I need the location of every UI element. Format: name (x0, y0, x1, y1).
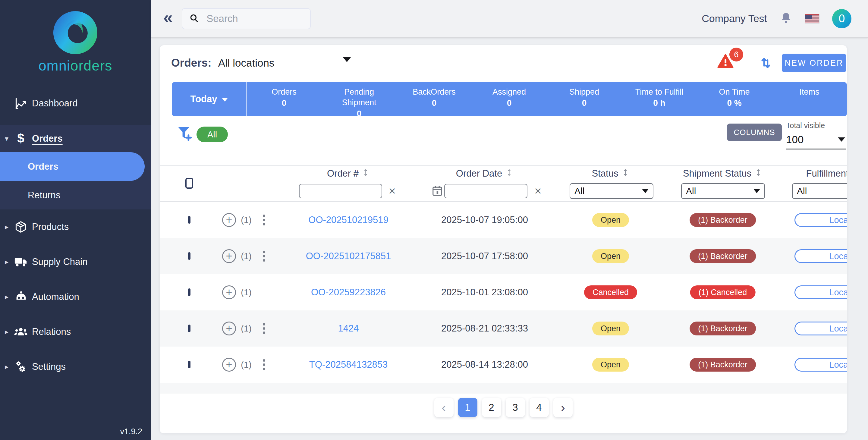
item-count: (1) (241, 215, 251, 225)
sidebar-nav: Dashboard▾$OrdersOrdersReturns▸Products▸… (0, 86, 151, 384)
row-menu-icon[interactable] (261, 213, 267, 227)
pagination-page-1[interactable]: 1 (458, 398, 477, 417)
order-no-filter-input[interactable] (299, 184, 382, 198)
row-menu-icon[interactable] (261, 250, 267, 263)
sidebar-item-supply-chain[interactable]: ▸Supply Chain (0, 244, 151, 279)
row-checkbox-cell[interactable] (188, 362, 190, 367)
pagination-page-3[interactable]: 3 (506, 398, 525, 417)
location-selector[interactable]: Orders: All locations (171, 57, 274, 69)
clear-date-filter-icon[interactable]: ✕ (534, 186, 542, 197)
item-count: (1) (241, 324, 251, 334)
columns-button[interactable]: COLUMNS (727, 124, 782, 141)
app-root: omniorders Dashboard▾$OrdersOrdersReturn… (0, 0, 868, 440)
calendar-icon[interactable] (432, 185, 443, 198)
search-icon (189, 13, 199, 24)
language-flag-us[interactable] (805, 14, 819, 24)
sidebar-item-products[interactable]: ▸Products (0, 210, 151, 244)
sort-icon[interactable] (621, 168, 629, 179)
chevron-down-icon (222, 98, 227, 101)
avatar[interactable]: 0 (832, 9, 851, 28)
import-export-arrows-icon[interactable] (759, 56, 773, 71)
expand-row-icon[interactable]: + (222, 321, 236, 336)
pagination-next-button[interactable]: › (553, 398, 572, 417)
total-visible-label: Total visible (786, 121, 846, 130)
total-visible-select[interactable]: Total visible 100 (786, 121, 846, 150)
status-badge: Open (592, 358, 629, 372)
metric-label: Pending Shipment (332, 87, 386, 108)
collapse-sidebar-icon[interactable]: « (163, 9, 173, 26)
expand-row-icon[interactable]: + (222, 249, 236, 263)
logo[interactable]: omniorders (0, 9, 151, 74)
pagination-page-4[interactable]: 4 (530, 398, 549, 417)
sidebar-item-dashboard[interactable]: Dashboard (0, 86, 151, 121)
sidebar-item-orders[interactable]: ▾$Orders (0, 125, 151, 152)
row-checkbox[interactable] (188, 288, 190, 296)
expand-row-icon[interactable]: + (222, 285, 236, 299)
search-input[interactable] (206, 13, 296, 25)
column-header-shipment-status[interactable]: Shipment Status (683, 168, 763, 179)
sidebar-subitem-returns[interactable]: Returns (0, 181, 151, 210)
row-menu-cell[interactable] (261, 322, 267, 335)
expand-cell[interactable]: + (222, 213, 236, 227)
fulfillment-location-button[interactable]: Local (795, 285, 847, 299)
sidebar-subitem-orders-sub[interactable]: Orders (0, 152, 145, 181)
filter-chip-all[interactable]: All (196, 127, 228, 142)
expand-cell[interactable]: + (222, 249, 236, 263)
sidebar-item-automation[interactable]: ▸Automation (0, 279, 151, 314)
column-header-status[interactable]: Status (592, 168, 629, 179)
shipment-status-filter-select[interactable]: All (681, 183, 765, 199)
row-checkbox-cell[interactable] (188, 253, 190, 259)
fulfillment-location-button[interactable]: Local (795, 358, 847, 372)
sort-icon[interactable] (754, 168, 763, 179)
caret-right-icon: ▸ (4, 327, 10, 336)
order-date-filter-input[interactable] (444, 184, 527, 198)
column-header-order-date[interactable]: Order Date (456, 168, 513, 179)
new-order-button[interactable]: NEW ORDER (782, 54, 846, 72)
row-checkbox-cell[interactable] (188, 217, 190, 223)
sidebar-item-settings[interactable]: ▸Settings (0, 349, 151, 384)
pagination-prev-button[interactable]: ‹ (434, 398, 454, 417)
row-checkbox[interactable] (188, 252, 190, 260)
fulfillment-filter-select[interactable]: All (792, 183, 847, 199)
clear-order-filter-icon[interactable]: ✕ (388, 186, 396, 197)
column-header-fulfillment[interactable]: Fulfillment L (806, 168, 847, 179)
shipment-status-badge: (1) Cancelled (690, 285, 755, 299)
status-filter-select[interactable]: All (569, 183, 653, 199)
pagination-page-2[interactable]: 2 (482, 398, 501, 417)
period-selector[interactable]: Today (172, 82, 247, 116)
row-menu-cell[interactable] (261, 213, 267, 227)
table-row: +(1)14242025-08-21 02:33:33Open(1) Backo… (160, 310, 847, 347)
order-number-link[interactable]: OO-20259223826 (311, 287, 386, 298)
column-header-order-no[interactable]: Order # (327, 168, 370, 179)
order-number-link[interactable]: OO-202510219519 (308, 215, 388, 225)
sidebar-item-relations[interactable]: ▸Relations (0, 314, 151, 349)
expand-row-icon[interactable]: + (222, 358, 236, 372)
row-menu-icon[interactable] (261, 322, 267, 335)
order-number-link[interactable]: 1424 (338, 323, 359, 334)
sort-icon[interactable] (505, 168, 513, 179)
notifications-bell-icon[interactable] (780, 12, 792, 26)
fulfillment-location-button[interactable]: Local (795, 321, 847, 336)
row-checkbox[interactable] (188, 324, 190, 332)
expand-cell[interactable]: + (222, 358, 236, 372)
expand-cell[interactable]: + (222, 285, 236, 299)
chevron-down-icon[interactable] (343, 62, 351, 67)
row-menu-icon[interactable] (261, 358, 267, 371)
warnings-indicator[interactable]: 6 (717, 53, 734, 71)
filter-row: All COLUMNS Total visible 100 (160, 121, 847, 149)
row-checkbox-cell[interactable] (188, 290, 190, 295)
expand-row-icon[interactable]: + (222, 213, 236, 227)
add-filter-icon[interactable] (177, 125, 193, 142)
fulfillment-location-button[interactable]: Local (795, 249, 847, 263)
row-checkbox-cell[interactable] (188, 326, 190, 331)
order-number-link[interactable]: TQ-202584132853 (309, 359, 388, 370)
expand-cell[interactable]: + (222, 321, 236, 336)
sort-icon[interactable] (362, 168, 370, 179)
row-menu-cell[interactable] (261, 250, 267, 263)
select-all-checkbox[interactable] (185, 178, 193, 189)
row-menu-cell[interactable] (261, 358, 267, 371)
row-checkbox[interactable] (188, 216, 190, 224)
fulfillment-location-button[interactable]: Local (795, 213, 847, 227)
row-checkbox[interactable] (188, 361, 190, 368)
order-number-link[interactable]: OO-2025102175851 (306, 251, 391, 261)
